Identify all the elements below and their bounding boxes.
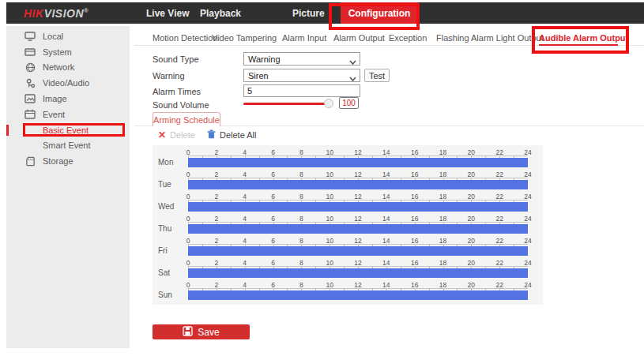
sidebar-item-label: Storage <box>43 156 73 166</box>
delete-all-label: Delete All <box>220 130 256 140</box>
sidebar-item-event[interactable]: Event <box>6 107 130 122</box>
sidebar-item-label: Local <box>43 32 63 41</box>
save-label: Save <box>198 327 219 338</box>
schedule-row-sat: Sat024681012141618202224 <box>153 259 543 281</box>
hikvision-config-page: HIKVISION® Live ViewPlaybackPictureConfi… <box>0 0 644 356</box>
schedule-bar-sun[interactable] <box>188 290 528 300</box>
schedule-row-sun: Sun024681012141618202224 <box>153 281 543 303</box>
day-label: Mon <box>158 158 185 167</box>
tab-audible-alarm-output[interactable]: Audible Alarm Output <box>539 33 628 43</box>
day-label: Sun <box>158 290 185 299</box>
sidebar-item-local[interactable]: Local <box>6 28 130 44</box>
schedule-row-tue: Tue024681012141618202224 <box>153 171 543 193</box>
delete-all-button[interactable]: Delete All <box>207 129 256 141</box>
nav-item-configuration[interactable]: Configuration <box>341 2 418 24</box>
schedule-bar-wed[interactable] <box>188 202 528 212</box>
tab-alarm-output[interactable]: Alarm Output <box>333 33 385 43</box>
active-tab-underline <box>539 44 618 46</box>
save-floppy-icon <box>183 326 193 339</box>
sidebar-item-storage[interactable]: Storage <box>6 153 130 169</box>
sidebar-item-label: Basic Event <box>43 126 89 135</box>
sound-type-label: Sound Type <box>153 54 199 64</box>
trash-icon <box>207 129 216 141</box>
tab-exception[interactable]: Exception <box>389 33 427 43</box>
registered-mark: ® <box>84 7 89 14</box>
nav-item-playback[interactable]: Playback <box>200 8 241 19</box>
sidebar-item-label: Image <box>43 94 67 103</box>
day-label: Wed <box>158 202 185 211</box>
sidebar: LocalSystemNetworkVideo/AudioImageEventB… <box>6 26 130 348</box>
volume-slider-track[interactable] <box>243 103 329 105</box>
sound-type-select[interactable]: Warning <box>243 52 360 66</box>
volume-slider-knob[interactable] <box>324 99 333 108</box>
save-button[interactable]: Save <box>153 324 250 339</box>
sidebar-item-smart-event[interactable]: Smart Event <box>6 138 130 154</box>
schedule-row-mon: Mon024681012141618202224 <box>153 148 543 171</box>
tab-alarm-input[interactable]: Alarm Input <box>282 33 326 43</box>
sidebar-item-label: Event <box>43 110 65 119</box>
schedule-row-wed: Wed024681012141618202224 <box>153 193 543 215</box>
tab-flashing-alarm-light-output[interactable]: Flashing Alarm Light Output <box>436 33 544 43</box>
delete-button[interactable]: ✕ Delete <box>158 129 195 141</box>
image-icon <box>24 94 36 103</box>
nav-item-live-view[interactable]: Live View <box>146 8 189 19</box>
schedule-bar-mon[interactable] <box>188 158 528 167</box>
sidebar-item-label: Smart Event <box>43 141 91 150</box>
day-label: Tue <box>158 180 185 189</box>
sidebar-item-network[interactable]: Network <box>6 60 130 76</box>
test-button[interactable]: Test <box>364 69 390 82</box>
schedule-bar-thu[interactable] <box>188 224 528 234</box>
monitor-icon <box>24 32 36 41</box>
sound-volume-label: Sound Volume <box>153 100 209 110</box>
sidebar-item-basic-event[interactable]: Basic Event <box>6 122 130 138</box>
day-label: Fri <box>158 246 185 255</box>
tab-motion-detection[interactable]: Motion Detection <box>153 33 218 43</box>
top-bar: HIKVISION® Live ViewPlaybackPictureConfi… <box>6 2 644 24</box>
arming-schedule-grid: Mon024681012141618202224Tue0246810121416… <box>153 145 543 305</box>
network-icon <box>24 62 36 73</box>
chevron-down-icon <box>349 57 356 66</box>
schedule-bar-tue[interactable] <box>188 180 528 189</box>
day-label: Sat <box>158 268 185 277</box>
storage-icon <box>24 156 36 167</box>
warning-label: Warning <box>153 71 185 81</box>
schedule-row-thu: Thu024681012141618202224 <box>153 215 543 237</box>
delete-x-icon: ✕ <box>158 129 166 141</box>
sidebar-item-label: Video/Audio <box>43 78 89 88</box>
sound-type-value: Warning <box>248 54 281 64</box>
arming-schedule-tab[interactable]: Arming Schedule <box>153 112 220 126</box>
alarm-times-label: Alarm Times <box>153 87 201 96</box>
schedule-bar-sat[interactable] <box>188 268 528 278</box>
chevron-down-icon <box>349 73 356 83</box>
sidebar-item-system[interactable]: System <box>6 44 130 60</box>
sidebar-item-label: Network <box>43 62 74 72</box>
delete-label: Delete <box>170 130 195 140</box>
tab-video-tampering[interactable]: Video Tampering <box>212 33 277 43</box>
alarm-times-input[interactable] <box>243 84 360 97</box>
video-audio-icon <box>24 78 36 88</box>
schedule-bar-fri[interactable] <box>188 246 528 256</box>
sidebar-item-image[interactable]: Image <box>6 91 130 107</box>
nav-item-picture[interactable]: Picture <box>292 8 325 19</box>
warning-sound-select[interactable]: Siren <box>243 69 360 82</box>
volume-value-box[interactable]: 100 <box>339 97 359 109</box>
system-icon <box>24 47 36 57</box>
schedule-row-fri: Fri024681012141618202224 <box>153 237 543 259</box>
sidebar-item-label: System <box>43 47 72 57</box>
day-label: Thu <box>158 224 185 233</box>
warning-sound-value: Siren <box>248 71 269 81</box>
sidebar-item-video-audio[interactable]: Video/Audio <box>6 75 130 91</box>
event-icon <box>24 109 36 119</box>
logo-vision: VISION <box>44 7 84 20</box>
logo-hik: HIK <box>24 7 44 20</box>
hikvision-logo: HIKVISION® <box>24 7 89 20</box>
